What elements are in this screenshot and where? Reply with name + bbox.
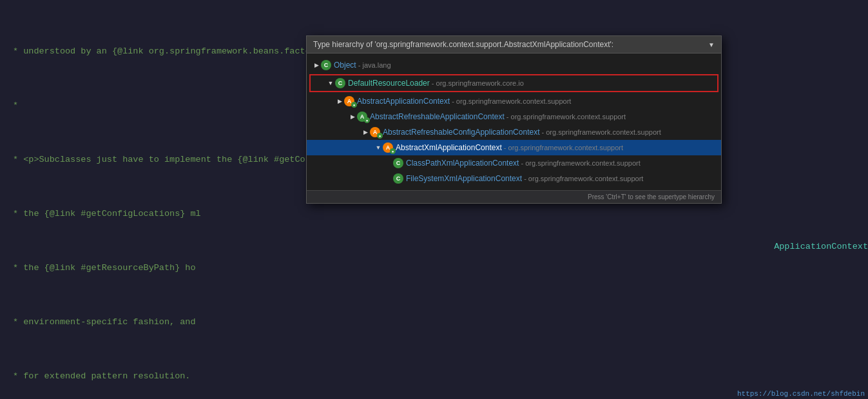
tree-node-defaultresourceloader-wrapper: ▼ C DefaultResourceLoader - org.springfr… xyxy=(309,74,719,92)
icon-abstractrefreshable: A ● xyxy=(357,112,367,122)
tree-node-classpathxml[interactable]: C ClassPathXmlApplicationContext - org.s… xyxy=(307,155,721,171)
popup-header: Type hierarchy of 'org.springframework.c… xyxy=(307,36,721,54)
node-package-filesystemxml: - org.springframework.context.support xyxy=(522,172,643,185)
tree-node-abstractrefreshableapplicationcontext[interactable]: ▶ A ● AbstractRefreshableApplicationCont… xyxy=(307,109,721,124)
icon-abstractapplicationcontext: A ● xyxy=(344,96,354,106)
class-icon-filesystemxml: C xyxy=(393,173,403,184)
popup-body: ▶ C Object - java.lang ▼ C DefaultResour… xyxy=(307,54,721,190)
expand-arrow-filesystemxml xyxy=(384,172,393,185)
node-name-classpathxml: ClassPathXmlApplicationContext xyxy=(406,157,519,170)
node-package-abstractrefreshableconfig: - org.springframework.context.support xyxy=(539,126,661,139)
code-line-5: * the {@link #getResourceByPath} ho xyxy=(13,259,855,277)
icon-filesystemxml: C xyxy=(393,173,403,184)
expand-arrow-abstractapplicationcontext[interactable]: ▶ xyxy=(335,95,344,108)
expand-arrow-defaultresourceloader[interactable]: ▼ xyxy=(326,77,335,90)
tree-node-filesystemxml[interactable]: C FileSystemXmlApplicationContext - org.… xyxy=(307,171,721,186)
expand-arrow-abstractrefreshableconfig[interactable]: ▶ xyxy=(361,126,370,139)
tree-node-abstractrefreshableconfigapplicationcontext[interactable]: ▶ A ● AbstractRefreshableConfigApplicati… xyxy=(307,124,721,140)
csdn-link[interactable]: https://blog.csdn.net/shfdebin xyxy=(734,389,868,399)
node-package-abstractapplicationcontext: - org.springframework.context.support xyxy=(450,95,571,108)
node-name-abstractapplicationcontext: AbstractApplicationContext xyxy=(357,95,450,108)
node-package-defaultresourceloader: - org.springframework.core.io xyxy=(430,77,524,90)
node-name-defaultresourceloader: DefaultResourceLoader xyxy=(348,77,430,90)
node-package-abstractrefreshable: - org.springframework.context.support xyxy=(505,110,626,123)
tree-node-abstractapplicationcontext[interactable]: ▶ A ● AbstractApplicationContext - org.s… xyxy=(307,93,721,109)
sub-icon-abstractrefreshable: ● xyxy=(364,117,370,123)
expand-arrow-object[interactable]: ▶ xyxy=(312,59,321,72)
class-icon-classpathxml: C xyxy=(393,158,403,168)
code-line-6: * environment-specific fashion, and xyxy=(13,313,855,331)
expand-arrow-abstractrefreshable[interactable]: ▶ xyxy=(348,110,357,123)
node-package-object: - java.lang xyxy=(356,59,391,72)
popup-dropdown-icon[interactable]: ▼ xyxy=(708,41,715,48)
popup-footer: Press 'Ctrl+T' to see the supertype hier… xyxy=(307,190,721,203)
popup-footer-text: Press 'Ctrl+T' to see the supertype hier… xyxy=(588,193,715,200)
sub-icon-abstractxml: ● xyxy=(390,148,396,154)
icon-classpathxml: C xyxy=(393,158,403,168)
expand-arrow-abstractxml[interactable]: ▼ xyxy=(374,141,383,154)
icon-object: C xyxy=(321,60,331,70)
node-name-object: Object xyxy=(334,59,356,72)
code-line-7: * for extended pattern resolution. xyxy=(13,367,855,385)
icon-abstractrefreshableconfig: A ● xyxy=(370,127,380,137)
tree-node-defaultresourceloader[interactable]: ▼ C DefaultResourceLoader - org.springfr… xyxy=(311,75,717,91)
sub-icon-abstractrefreshableconfig: ● xyxy=(377,133,383,139)
node-name-abstractrefreshable: AbstractRefreshableApplicationContext xyxy=(370,110,505,123)
right-code-text: ApplicationContext xyxy=(774,242,868,251)
node-name-abstractxml: AbstractXmlApplicationContext xyxy=(396,141,502,154)
class-icon-object: C xyxy=(321,60,331,70)
icon-defaultresourceloader: C xyxy=(335,78,345,88)
type-hierarchy-popup: Type hierarchy of 'org.springframework.c… xyxy=(306,35,722,204)
tree-node-object[interactable]: ▶ C Object - java.lang xyxy=(307,57,721,73)
tree-node-abstractxmlapplicationcontext[interactable]: ▼ A ● AbstractXmlApplicationContext - or… xyxy=(307,140,721,155)
class-icon-defaultresourceloader: C xyxy=(335,78,345,88)
node-name-abstractrefreshableconfig: AbstractRefreshableConfigApplicationCont… xyxy=(383,126,539,139)
node-name-filesystemxml: FileSystemXmlApplicationContext xyxy=(406,172,522,185)
expand-arrow-classpathxml xyxy=(384,157,393,170)
node-package-abstractxml: - org.springframework.context.support xyxy=(502,141,623,154)
sub-icon-abstractapplicationcontext: ● xyxy=(351,102,357,108)
icon-abstractxml: A ● xyxy=(383,142,393,153)
node-package-classpathxml: - org.springframework.context.support xyxy=(519,157,640,170)
popup-title: Type hierarchy of 'org.springframework.c… xyxy=(313,40,613,49)
code-line-4: * the {@link #getConfigLocations} ml xyxy=(13,205,855,223)
